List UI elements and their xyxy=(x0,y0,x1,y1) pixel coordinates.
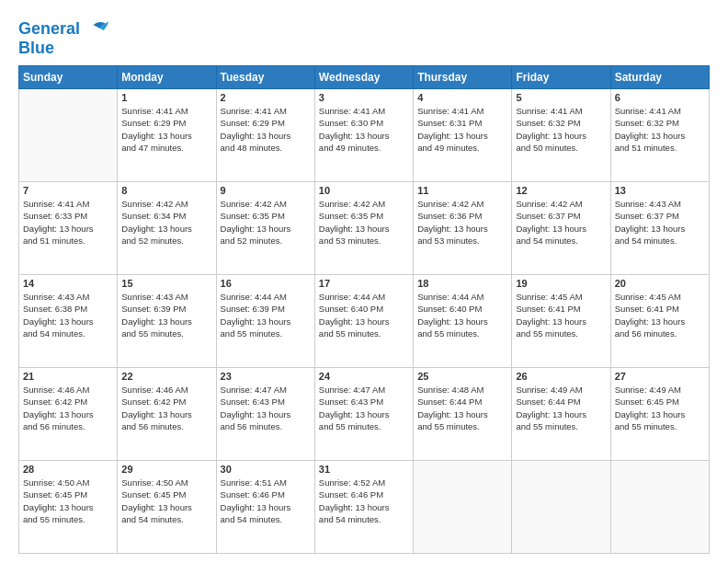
calendar-cell xyxy=(610,461,709,554)
day-info: Sunrise: 4:44 AM Sunset: 6:40 PM Dayligh… xyxy=(417,291,507,339)
calendar-cell: 10Sunrise: 4:42 AM Sunset: 6:35 PM Dayli… xyxy=(314,182,413,275)
calendar-week-row: 21Sunrise: 4:46 AM Sunset: 6:42 PM Dayli… xyxy=(19,368,710,461)
weekday-header: Wednesday xyxy=(314,66,413,89)
calendar-cell: 27Sunrise: 4:49 AM Sunset: 6:45 PM Dayli… xyxy=(610,368,709,461)
calendar-cell: 18Sunrise: 4:44 AM Sunset: 6:40 PM Dayli… xyxy=(414,275,512,368)
day-info: Sunrise: 4:42 AM Sunset: 6:35 PM Dayligh… xyxy=(221,198,311,247)
weekday-header: Monday xyxy=(118,66,216,89)
calendar-cell: 22Sunrise: 4:46 AM Sunset: 6:42 PM Dayli… xyxy=(118,368,216,461)
calendar-cell: 26Sunrise: 4:49 AM Sunset: 6:44 PM Dayli… xyxy=(512,368,610,461)
calendar-cell: 8Sunrise: 4:42 AM Sunset: 6:34 PM Daylig… xyxy=(118,182,216,275)
calendar-cell: 21Sunrise: 4:46 AM Sunset: 6:42 PM Dayli… xyxy=(19,368,118,461)
day-number: 26 xyxy=(516,371,606,382)
day-info: Sunrise: 4:44 AM Sunset: 6:39 PM Dayligh… xyxy=(221,291,311,339)
day-number: 23 xyxy=(221,371,311,382)
calendar-cell: 3Sunrise: 4:41 AM Sunset: 6:30 PM Daylig… xyxy=(314,89,413,182)
calendar-cell: 24Sunrise: 4:47 AM Sunset: 6:43 PM Dayli… xyxy=(314,368,413,461)
day-number: 15 xyxy=(121,278,211,289)
day-info: Sunrise: 4:41 AM Sunset: 6:32 PM Dayligh… xyxy=(516,105,606,154)
day-number: 3 xyxy=(319,92,409,103)
page-header: General Blue xyxy=(18,17,710,58)
calendar-cell: 7Sunrise: 4:41 AM Sunset: 6:33 PM Daylig… xyxy=(19,182,118,275)
day-info: Sunrise: 4:49 AM Sunset: 6:45 PM Dayligh… xyxy=(615,384,705,432)
day-number: 8 xyxy=(121,185,211,196)
weekday-header: Tuesday xyxy=(216,66,314,89)
calendar-cell: 23Sunrise: 4:47 AM Sunset: 6:43 PM Dayli… xyxy=(216,368,314,461)
day-info: Sunrise: 4:43 AM Sunset: 6:39 PM Dayligh… xyxy=(121,291,211,339)
day-info: Sunrise: 4:52 AM Sunset: 6:46 PM Dayligh… xyxy=(319,477,409,525)
calendar-cell: 2Sunrise: 4:41 AM Sunset: 6:29 PM Daylig… xyxy=(216,89,314,182)
day-info: Sunrise: 4:46 AM Sunset: 6:42 PM Dayligh… xyxy=(121,384,211,432)
day-info: Sunrise: 4:44 AM Sunset: 6:40 PM Dayligh… xyxy=(319,291,409,339)
day-number: 25 xyxy=(417,371,507,382)
calendar-cell: 13Sunrise: 4:43 AM Sunset: 6:37 PM Dayli… xyxy=(610,182,709,275)
day-info: Sunrise: 4:42 AM Sunset: 6:36 PM Dayligh… xyxy=(417,198,507,247)
calendar-cell: 29Sunrise: 4:50 AM Sunset: 6:45 PM Dayli… xyxy=(118,461,216,554)
day-number: 13 xyxy=(615,185,705,196)
day-number: 17 xyxy=(319,278,409,289)
day-number: 30 xyxy=(221,464,311,475)
day-info: Sunrise: 4:41 AM Sunset: 6:32 PM Dayligh… xyxy=(615,105,705,154)
calendar-cell: 14Sunrise: 4:43 AM Sunset: 6:38 PM Dayli… xyxy=(19,275,118,368)
calendar-cell: 20Sunrise: 4:45 AM Sunset: 6:41 PM Dayli… xyxy=(610,275,709,368)
weekday-header: Friday xyxy=(512,66,610,89)
calendar-cell: 28Sunrise: 4:50 AM Sunset: 6:45 PM Dayli… xyxy=(19,461,118,554)
calendar-cell: 25Sunrise: 4:48 AM Sunset: 6:44 PM Dayli… xyxy=(414,368,512,461)
calendar-cell: 30Sunrise: 4:51 AM Sunset: 6:46 PM Dayli… xyxy=(216,461,314,554)
day-number: 18 xyxy=(417,278,507,289)
day-number: 1 xyxy=(121,92,211,103)
day-info: Sunrise: 4:43 AM Sunset: 6:37 PM Dayligh… xyxy=(615,198,705,247)
day-info: Sunrise: 4:41 AM Sunset: 6:29 PM Dayligh… xyxy=(121,105,211,154)
day-info: Sunrise: 4:51 AM Sunset: 6:46 PM Dayligh… xyxy=(221,477,311,525)
calendar-week-row: 7Sunrise: 4:41 AM Sunset: 6:33 PM Daylig… xyxy=(19,182,710,275)
calendar-cell: 31Sunrise: 4:52 AM Sunset: 6:46 PM Dayli… xyxy=(314,461,413,554)
calendar-cell: 11Sunrise: 4:42 AM Sunset: 6:36 PM Dayli… xyxy=(414,182,512,275)
day-info: Sunrise: 4:49 AM Sunset: 6:44 PM Dayligh… xyxy=(516,384,606,432)
day-number: 10 xyxy=(319,185,409,196)
day-number: 31 xyxy=(319,464,409,475)
day-number: 4 xyxy=(417,92,507,103)
day-number: 20 xyxy=(615,278,705,289)
day-number: 28 xyxy=(23,464,113,475)
day-info: Sunrise: 4:47 AM Sunset: 6:43 PM Dayligh… xyxy=(221,384,311,432)
day-number: 22 xyxy=(121,371,211,382)
day-number: 19 xyxy=(516,278,606,289)
day-info: Sunrise: 4:42 AM Sunset: 6:34 PM Dayligh… xyxy=(121,198,211,247)
calendar-cell: 19Sunrise: 4:45 AM Sunset: 6:41 PM Dayli… xyxy=(512,275,610,368)
day-number: 16 xyxy=(221,278,311,289)
calendar-cell: 4Sunrise: 4:41 AM Sunset: 6:31 PM Daylig… xyxy=(414,89,512,182)
calendar-cell: 6Sunrise: 4:41 AM Sunset: 6:32 PM Daylig… xyxy=(610,89,709,182)
calendar-cell xyxy=(19,89,118,182)
day-info: Sunrise: 4:41 AM Sunset: 6:33 PM Dayligh… xyxy=(23,198,113,247)
day-number: 29 xyxy=(121,464,211,475)
calendar-cell: 12Sunrise: 4:42 AM Sunset: 6:37 PM Dayli… xyxy=(512,182,610,275)
day-info: Sunrise: 4:45 AM Sunset: 6:41 PM Dayligh… xyxy=(516,291,606,339)
calendar-week-row: 28Sunrise: 4:50 AM Sunset: 6:45 PM Dayli… xyxy=(19,461,710,554)
calendar-cell: 1Sunrise: 4:41 AM Sunset: 6:29 PM Daylig… xyxy=(118,89,216,182)
day-info: Sunrise: 4:41 AM Sunset: 6:30 PM Dayligh… xyxy=(319,105,409,154)
day-info: Sunrise: 4:41 AM Sunset: 6:29 PM Dayligh… xyxy=(221,105,311,154)
calendar-cell: 5Sunrise: 4:41 AM Sunset: 6:32 PM Daylig… xyxy=(512,89,610,182)
weekday-header: Saturday xyxy=(610,66,709,89)
day-number: 12 xyxy=(516,185,606,196)
day-number: 7 xyxy=(23,185,113,196)
day-number: 11 xyxy=(417,185,507,196)
day-info: Sunrise: 4:46 AM Sunset: 6:42 PM Dayligh… xyxy=(23,384,113,432)
calendar-table: SundayMondayTuesdayWednesdayThursdayFrid… xyxy=(18,65,710,554)
calendar-header-row: SundayMondayTuesdayWednesdayThursdayFrid… xyxy=(19,66,710,89)
calendar-cell: 17Sunrise: 4:44 AM Sunset: 6:40 PM Dayli… xyxy=(314,275,413,368)
calendar-cell: 9Sunrise: 4:42 AM Sunset: 6:35 PM Daylig… xyxy=(216,182,314,275)
logo: General Blue xyxy=(18,17,112,58)
day-number: 24 xyxy=(319,371,409,382)
calendar-cell: 15Sunrise: 4:43 AM Sunset: 6:39 PM Dayli… xyxy=(118,275,216,368)
weekday-header: Sunday xyxy=(19,66,118,89)
calendar-cell xyxy=(512,461,610,554)
day-info: Sunrise: 4:50 AM Sunset: 6:45 PM Dayligh… xyxy=(23,477,113,525)
day-number: 2 xyxy=(221,92,311,103)
weekday-header: Thursday xyxy=(414,66,512,89)
day-info: Sunrise: 4:47 AM Sunset: 6:43 PM Dayligh… xyxy=(319,384,409,432)
day-info: Sunrise: 4:43 AM Sunset: 6:38 PM Dayligh… xyxy=(23,291,113,339)
day-info: Sunrise: 4:42 AM Sunset: 6:35 PM Dayligh… xyxy=(319,198,409,247)
day-number: 5 xyxy=(516,92,606,103)
calendar-cell xyxy=(414,461,512,554)
